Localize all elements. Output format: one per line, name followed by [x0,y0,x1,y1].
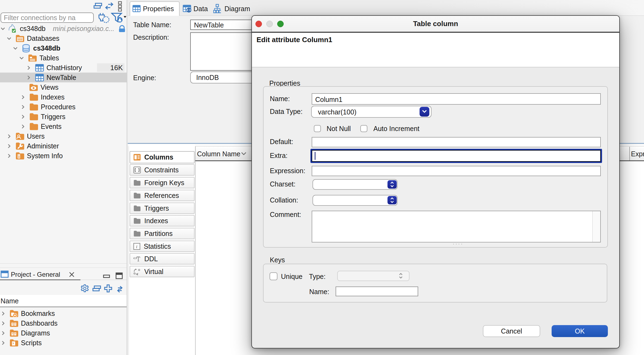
svg-text:i: i [136,244,137,249]
